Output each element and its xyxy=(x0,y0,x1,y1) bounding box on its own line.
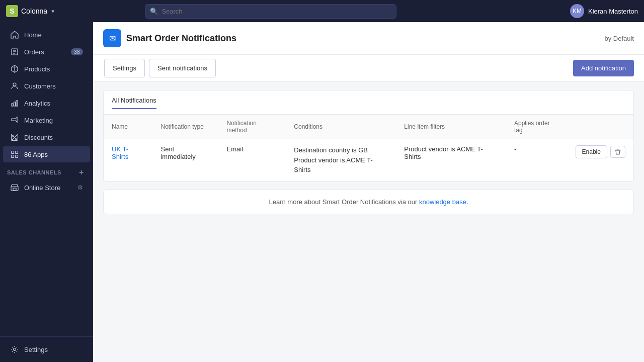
knowledge-base-link[interactable]: knowledge base. xyxy=(419,198,468,206)
table-row: UK T-Shirts Sent immediately Email Desti… xyxy=(104,139,633,181)
store-name: Colonna xyxy=(21,7,47,15)
sidebar-item-label: Settings xyxy=(24,346,48,353)
svg-rect-7 xyxy=(12,104,13,106)
marketing-icon xyxy=(10,116,19,125)
analytics-icon xyxy=(10,99,19,108)
svg-line-12 xyxy=(12,135,17,140)
app-header: ✉ Smart Order Notifications by Default xyxy=(93,22,644,55)
svg-rect-18 xyxy=(11,187,18,191)
all-notifications-tab-label[interactable]: All Notifications xyxy=(112,97,156,109)
sidebar-item-label: Online Store xyxy=(24,184,60,192)
svg-rect-14 xyxy=(12,151,14,154)
settings-tab[interactable]: Settings xyxy=(104,59,145,77)
sidebar-item-settings[interactable]: Settings xyxy=(3,341,90,357)
sidebar-item-label: Orders xyxy=(24,48,44,56)
trash-icon xyxy=(615,149,621,155)
sidebar-item-orders[interactable]: Orders 38 xyxy=(3,44,90,60)
discounts-icon xyxy=(10,133,19,142)
tab-bar: Settings Sent notifications Add notifica… xyxy=(93,55,644,82)
app-title: Smart Order Notifications xyxy=(126,33,236,44)
sidebar-item-label: Customers xyxy=(24,82,56,90)
conditions-line2: Product vendor is ACME T-Shirts xyxy=(294,156,373,174)
col-notification-method: Notification method xyxy=(219,115,286,139)
svg-rect-19 xyxy=(13,188,16,191)
svg-point-6 xyxy=(13,83,16,86)
notifications-table-container: All Notifications Name Notification type… xyxy=(103,90,634,182)
sidebar-item-online-store[interactable]: Online Store ⚙ xyxy=(3,179,90,196)
sidebar-item-products[interactable]: Products xyxy=(3,61,90,77)
store-settings-icon[interactable]: ⚙ xyxy=(77,184,83,191)
avatar: KM xyxy=(570,4,584,18)
col-applies-order-tag: Applies order tag xyxy=(506,115,568,139)
orders-badge: 38 xyxy=(71,48,83,55)
add-sales-channel-button[interactable]: + xyxy=(77,168,86,177)
svg-point-11 xyxy=(16,138,17,140)
sales-channels-section: SALES CHANNELS + xyxy=(0,163,93,179)
user-name: Kieran Masterton xyxy=(588,8,638,15)
app-by: by Default xyxy=(604,35,634,42)
sidebar-item-label: Analytics xyxy=(24,100,50,107)
store-logo[interactable]: S Colonna ▼ xyxy=(6,5,55,17)
learn-more-box: Learn more about Smart Order Notificatio… xyxy=(103,190,634,214)
sidebar-item-label: Discounts xyxy=(24,134,53,141)
sent-notifications-tab[interactable]: Sent notifications xyxy=(149,59,216,77)
sidebar-item-label: Home xyxy=(24,31,42,39)
col-line-item-filters: Line item filters xyxy=(396,115,506,139)
sidebar-item-label: Marketing xyxy=(24,117,53,124)
sidebar-item-home[interactable]: Home xyxy=(3,27,90,43)
svg-point-10 xyxy=(13,135,14,137)
sidebar: Home Orders 38 Produc xyxy=(0,22,93,362)
svg-rect-16 xyxy=(12,155,14,158)
settings-icon xyxy=(10,345,19,354)
svg-rect-17 xyxy=(16,155,18,158)
sidebar-item-analytics[interactable]: Analytics xyxy=(3,95,90,111)
products-icon xyxy=(10,64,19,73)
app-header-left: ✉ Smart Order Notifications xyxy=(103,29,236,47)
store-icon xyxy=(10,183,19,192)
sidebar-item-apps[interactable]: 86 Apps xyxy=(3,146,90,162)
apps-icon xyxy=(10,150,19,159)
col-actions xyxy=(568,115,633,139)
content-area: All Notifications Name Notification type… xyxy=(93,82,644,362)
svg-rect-9 xyxy=(16,101,18,106)
enable-button[interactable]: Enable xyxy=(576,145,607,158)
all-notifications-tab-header: All Notifications xyxy=(104,90,633,115)
home-icon xyxy=(10,30,19,39)
learn-more-text: Learn more about Smart Order Notificatio… xyxy=(269,198,419,206)
sidebar-item-label: Products xyxy=(24,65,50,73)
applies-order-tag-cell: - xyxy=(506,139,568,181)
app-icon: ✉ xyxy=(103,29,121,47)
shopify-icon: S xyxy=(6,5,18,17)
sidebar-item-marketing[interactable]: Marketing xyxy=(3,112,90,128)
notification-name-link[interactable]: UK T-Shirts xyxy=(112,145,128,160)
notifications-table: Name Notification type Notification meth… xyxy=(104,115,633,181)
search-input[interactable] xyxy=(145,4,396,19)
search-icon: 🔍 xyxy=(150,8,158,15)
top-navigation: S Colonna ▼ 🔍 KM Kieran Masterton xyxy=(0,0,644,22)
svg-point-20 xyxy=(14,348,16,351)
add-notification-button[interactable]: Add notification xyxy=(573,60,634,76)
col-notification-type: Notification type xyxy=(152,115,218,139)
sidebar-item-discounts[interactable]: Discounts xyxy=(3,129,90,145)
user-menu[interactable]: KM Kieran Masterton xyxy=(570,4,638,18)
tab-bar-buttons: Settings Sent notifications xyxy=(103,55,217,81)
notification-method-cell: Email xyxy=(219,139,286,181)
main-content: ✉ Smart Order Notifications by Default S… xyxy=(93,22,644,362)
notification-type-cell: Sent immediately xyxy=(152,139,218,181)
search-container: 🔍 xyxy=(145,4,396,19)
orders-icon xyxy=(10,47,19,56)
delete-button[interactable] xyxy=(610,146,625,158)
line-item-filters-cell: Product vendor is ACME T-Shirts xyxy=(396,139,506,181)
sidebar-item-label: 86 Apps xyxy=(24,151,48,158)
sidebar-item-customers[interactable]: Customers xyxy=(3,78,90,94)
customers-icon xyxy=(10,81,19,90)
col-name: Name xyxy=(104,115,152,139)
conditions-line1: Destination country is GB xyxy=(294,146,368,154)
svg-rect-15 xyxy=(16,151,18,154)
chevron-down-icon: ▼ xyxy=(50,9,55,14)
conditions-cell: Destination country is GB Product vendor… xyxy=(286,139,396,181)
row-actions: Enable xyxy=(576,145,625,158)
svg-rect-8 xyxy=(14,102,16,106)
col-conditions: Conditions xyxy=(286,115,396,139)
sales-channels-title: SALES CHANNELS xyxy=(7,169,61,175)
